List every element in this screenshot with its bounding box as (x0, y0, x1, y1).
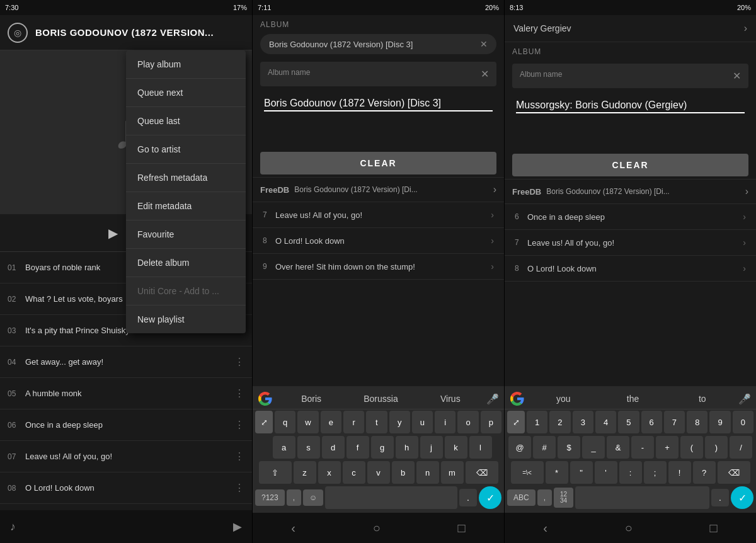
key-e[interactable]: e (321, 411, 341, 433)
key-i[interactable]: i (435, 411, 455, 433)
music-library-icon[interactable]: ♪ (10, 520, 16, 534)
key-8[interactable]: 8 (687, 411, 707, 433)
result-row[interactable]: 8 O Lord! Look down › (505, 256, 756, 282)
track-row[interactable]: 08 O Lord! Look down ⋮ (0, 472, 252, 504)
key-space-3[interactable] (575, 486, 709, 509)
key-shift[interactable]: ⇧ (259, 461, 292, 484)
key-hash[interactable]: # (533, 436, 556, 459)
key-l[interactable]: l (469, 436, 492, 459)
suggest-virus[interactable]: Virus (417, 391, 484, 406)
key-dollar[interactable]: $ (558, 436, 580, 459)
album-name-value-3[interactable]: Mussorgsky: Boris Gudonov (Gergiev) (516, 100, 745, 113)
key-period[interactable]: . (459, 489, 477, 506)
key-c[interactable]: c (343, 461, 365, 484)
key-enter[interactable]: ✓ (479, 486, 501, 509)
nav-back[interactable]: ‹ (291, 521, 295, 535)
key-6[interactable]: 6 (641, 411, 662, 433)
key-k[interactable]: k (445, 436, 467, 459)
key-symbols[interactable]: ?123 (255, 489, 285, 506)
key-d[interactable]: d (322, 436, 345, 459)
menu-favourite[interactable]: Favourite (126, 220, 246, 249)
key-semi[interactable]: ; (644, 461, 667, 484)
key-q[interactable]: q (275, 411, 295, 433)
menu-play-album[interactable]: Play album (126, 50, 246, 79)
track-row[interactable]: 07 Leave us! All of you, go! ⋮ (0, 441, 252, 472)
album-name-value-2[interactable]: Boris Godounov (1872 Version) [Disc 3] (264, 98, 493, 111)
suggest-boris[interactable]: Boris (278, 391, 345, 406)
more-icon[interactable]: ⋮ (234, 419, 244, 431)
key-j[interactable]: j (420, 436, 443, 459)
key-a[interactable]: a (273, 436, 295, 459)
menu-delete-album[interactable]: Delete album (126, 249, 246, 277)
key-x[interactable]: x (318, 461, 341, 484)
result-row[interactable]: 7 Leave us! All of you, go! › (253, 202, 504, 228)
more-icon[interactable]: ⋮ (234, 387, 244, 399)
key-g[interactable]: g (371, 436, 394, 459)
key-plus[interactable]: + (656, 436, 679, 459)
menu-new-playlist[interactable]: New playlist (126, 306, 246, 333)
menu-queue-next[interactable]: Queue next (126, 79, 246, 107)
key-minus[interactable]: - (631, 436, 654, 459)
key-1234[interactable]: 1234 (554, 488, 573, 508)
key-u[interactable]: u (412, 411, 433, 433)
key-s[interactable]: s (297, 436, 320, 459)
key-amp[interactable]: & (607, 436, 629, 459)
menu-queue-last[interactable]: Queue last (126, 107, 246, 135)
key-h[interactable]: h (396, 436, 418, 459)
track-row[interactable]: 05 A humble monk ⋮ (0, 378, 252, 409)
key-underscore[interactable]: _ (582, 436, 605, 459)
key-4[interactable]: 4 (595, 411, 616, 433)
track-row[interactable]: 06 Once in a deep sleep ⋮ (0, 409, 252, 441)
key-p[interactable]: p (481, 411, 501, 433)
key-abc[interactable]: ABC (507, 489, 536, 506)
chip-close-icon[interactable]: ✕ (480, 39, 488, 49)
key-y[interactable]: y (389, 411, 410, 433)
key-colon[interactable]: : (619, 461, 642, 484)
search-chip-2[interactable]: Boris Godounov (1872 Version) [Disc 3] ✕ (260, 34, 496, 54)
key-w[interactable]: w (297, 411, 318, 433)
key-excl[interactable]: ! (668, 461, 691, 484)
result-row[interactable]: 7 Leave us! All of you, go! › (505, 230, 756, 256)
key-b[interactable]: b (392, 461, 415, 484)
mic-icon[interactable]: 🎤 (486, 393, 499, 405)
mic-icon-3[interactable]: 🎤 (738, 393, 751, 405)
key-space[interactable] (325, 486, 457, 509)
key-comma[interactable]: , (287, 489, 301, 506)
key-backspace-3[interactable]: ⌫ (718, 461, 750, 484)
key-enter-3[interactable]: ✓ (731, 486, 753, 509)
key-eqslash[interactable]: =\< (511, 461, 544, 484)
more-icon[interactable]: ⋮ (234, 450, 244, 462)
key-n[interactable]: n (416, 461, 439, 484)
key-slash[interactable]: / (730, 436, 752, 459)
key-o[interactable]: o (457, 411, 478, 433)
album-name-close-icon-3[interactable]: ✕ (733, 70, 741, 82)
key-emoji[interactable]: ☺ (303, 489, 323, 506)
key-0[interactable]: 0 (733, 411, 753, 433)
key-7[interactable]: 7 (664, 411, 685, 433)
freedb-row-3[interactable]: FreeDB Boris Godounov (1872 Version) [Di… (505, 179, 756, 204)
clear-button-2[interactable]: CLEAR (260, 152, 496, 174)
menu-edit-metadata[interactable]: Edit metadata (126, 192, 246, 220)
key-r[interactable]: r (343, 411, 364, 433)
key-v[interactable]: v (367, 461, 390, 484)
key-t[interactable]: t (366, 411, 387, 433)
key-9[interactable]: 9 (709, 411, 730, 433)
nav-recent-3[interactable]: □ (710, 521, 718, 535)
key-at[interactable]: @ (508, 436, 531, 459)
track-row[interactable]: 04 Get away... get away! ⋮ (0, 346, 252, 378)
nav-recent[interactable]: □ (458, 521, 466, 535)
key-comma-3[interactable]: , (537, 489, 552, 506)
more-icon[interactable]: ⋮ (234, 356, 244, 368)
key-apos[interactable]: ' (595, 461, 617, 484)
key-5[interactable]: 5 (618, 411, 639, 433)
result-row[interactable]: 6 Once in a deep sleep › (505, 204, 756, 230)
key-3[interactable]: 3 (573, 411, 593, 433)
suggest-you[interactable]: you (530, 391, 597, 406)
album-name-close-icon[interactable]: ✕ (481, 68, 489, 80)
key-lparen[interactable]: ( (680, 436, 703, 459)
result-row[interactable]: 8 O Lord! Look down › (253, 228, 504, 254)
expand-key[interactable]: ⤢ (255, 411, 273, 433)
key-m[interactable]: m (441, 461, 464, 484)
menu-go-to-artist[interactable]: Go to artist (126, 135, 246, 164)
play-button[interactable]: ▶ (108, 226, 118, 241)
